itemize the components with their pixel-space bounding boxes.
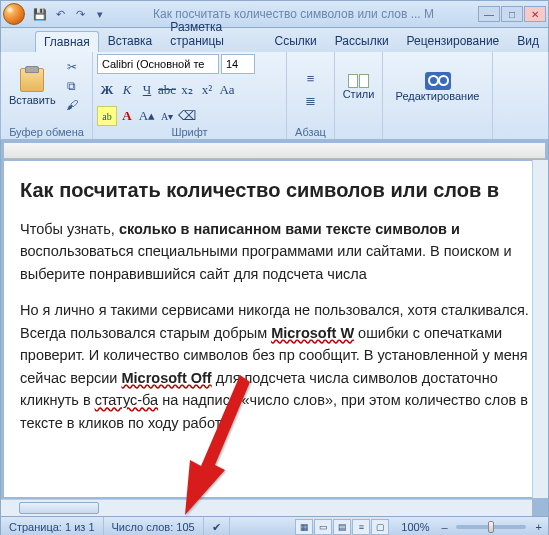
tab-review[interactable]: Рецензирование [398,30,509,52]
styles-button[interactable]: Стили [339,54,378,120]
clipboard-icon [20,68,44,92]
web-layout-icon[interactable]: ▤ [333,519,351,535]
scrollbar-thumb[interactable] [19,502,99,514]
page[interactable]: Как посчитать количество символов или сл… [4,161,545,497]
qat-dropdown-icon[interactable]: ▾ [91,5,109,23]
window-controls: — □ ✕ [478,6,546,22]
vertical-scrollbar[interactable] [532,160,548,498]
zoom-in-icon[interactable]: + [530,521,548,533]
status-page[interactable]: Страница: 1 из 1 [1,517,104,535]
tab-page-layout[interactable]: Разметка страницы [161,16,265,52]
font-size-select[interactable] [221,54,255,74]
clear-format-icon[interactable]: ⌫ [177,106,197,126]
italic-button[interactable]: К [117,80,137,100]
grow-font-icon[interactable]: A▴ [137,106,157,126]
tab-mailings[interactable]: Рассылки [326,30,398,52]
status-bar: Страница: 1 из 1 Число слов: 105 ✔ ▦ ▭ ▤… [0,516,549,535]
strikethrough-icon[interactable]: abc [157,80,177,100]
office-button[interactable] [3,3,25,25]
paragraph-icon[interactable]: ≡ [301,68,321,88]
copy-icon[interactable]: ⧉ [62,77,82,95]
status-proofing-icon[interactable]: ✔ [204,517,230,535]
ruler[interactable] [4,143,545,159]
case-icon[interactable]: Aa [217,80,237,100]
ribbon: Вставить ✂ ⧉ 🖌 Буфер обмена Ж К Ч abc x₂… [0,52,549,140]
doc-paragraph-2: Но я лично я такими сервисами никогда не… [20,299,529,434]
font-name-select[interactable] [97,54,219,74]
align-icon[interactable]: ≣ [301,90,321,110]
view-buttons: ▦ ▭ ▤ ≡ ▢ [291,519,393,535]
full-screen-icon[interactable]: ▭ [314,519,332,535]
title-bar: 💾 ↶ ↷ ▾ Как посчитать количество символо… [0,0,549,28]
outline-icon[interactable]: ≡ [352,519,370,535]
shrink-font-icon[interactable]: A▾ [157,106,177,126]
paste-button[interactable]: Вставить [5,54,60,120]
close-button[interactable]: ✕ [524,6,546,22]
subscript-icon[interactable]: x₂ [177,80,197,100]
styles-icon [348,74,369,88]
binoculars-icon [425,72,451,90]
font-color-icon[interactable]: A [117,106,137,126]
zoom-slider[interactable] [456,525,526,529]
zoom-out-icon[interactable]: – [437,521,451,533]
ribbon-tabs: Главная Вставка Разметка страницы Ссылки… [0,28,549,52]
minimize-button[interactable]: — [478,6,500,22]
find-button[interactable]: Редактирование [387,54,488,120]
redo-icon[interactable]: ↷ [71,5,89,23]
editing-group: Редактирование [383,52,493,139]
status-word-count[interactable]: Число слов: 105 [104,517,204,535]
font-group: Ж К Ч abc x₂ x² Aa ab A A▴ A▾ ⌫ Шрифт [93,52,287,139]
zoom-level[interactable]: 100% [393,517,437,535]
cut-icon[interactable]: ✂ [62,58,82,76]
highlight-icon[interactable]: ab [97,106,117,126]
undo-icon[interactable]: ↶ [51,5,69,23]
clipboard-group: Вставить ✂ ⧉ 🖌 Буфер обмена [1,52,93,139]
superscript-icon[interactable]: x² [197,80,217,100]
draft-icon[interactable]: ▢ [371,519,389,535]
print-layout-icon[interactable]: ▦ [295,519,313,535]
zoom-thumb[interactable] [488,521,494,533]
tab-insert[interactable]: Вставка [99,30,162,52]
maximize-button[interactable]: □ [501,6,523,22]
doc-paragraph-1: Чтобы узнать, сколько в написанном вами … [20,218,529,285]
save-icon[interactable]: 💾 [31,5,49,23]
doc-heading: Как посчитать количество символов или сл… [20,179,529,202]
horizontal-scrollbar[interactable] [1,499,532,516]
tab-view[interactable]: Вид [508,30,548,52]
underline-button[interactable]: Ч [137,80,157,100]
quick-access-toolbar: 💾 ↶ ↷ ▾ [3,3,109,25]
format-painter-icon[interactable]: 🖌 [62,96,82,114]
tab-home[interactable]: Главная [35,31,99,52]
document-area: ИСТОЧНИК: web-article.com.ua Как посчита… [0,140,549,516]
bold-button[interactable]: Ж [97,80,117,100]
tab-references[interactable]: Ссылки [266,30,326,52]
paragraph-group: ≡ ≣ Абзац [287,52,335,139]
styles-group: Стили [335,52,383,139]
